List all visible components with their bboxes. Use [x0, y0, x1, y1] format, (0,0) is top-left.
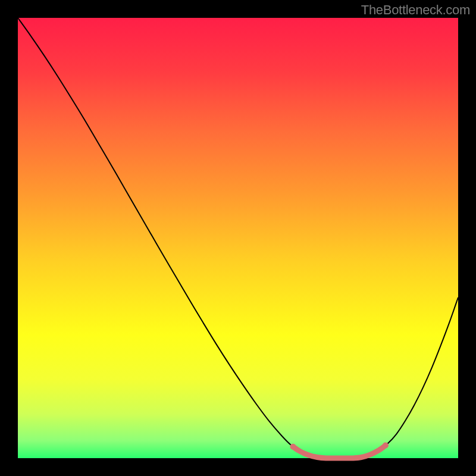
marker-0 — [290, 444, 296, 450]
bottleneck-chart — [0, 0, 476, 476]
chart-container: TheBottleneck.com — [0, 0, 476, 476]
watermark-text: TheBottleneck.com — [361, 2, 470, 18]
marker-1 — [383, 443, 389, 449]
plot-background — [18, 18, 458, 458]
